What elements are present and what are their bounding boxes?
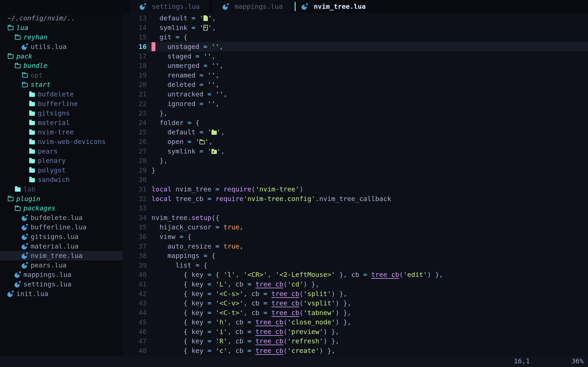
tab-mappings.lua[interactable]: mappings.lua	[213, 0, 292, 13]
code-line-27[interactable]: 27 symlink = '',	[122, 146, 588, 156]
code-text: view = {	[147, 232, 588, 242]
code-line-33[interactable]: 33	[122, 203, 588, 213]
code-line-42[interactable]: 42 { key = '<C-s>', cb = tree_cb('split'…	[122, 289, 588, 299]
tree-item-lab[interactable]: lab	[0, 184, 122, 194]
code-text: default = '',	[147, 127, 588, 137]
tree-item-gitsigns[interactable]: gitsigns	[0, 108, 122, 118]
tree-item-lua[interactable]: lua	[0, 23, 122, 33]
code-token: 'refresh'	[287, 337, 323, 345]
code-line-41[interactable]: 41 { key = 'L', cb = tree_cb('cd') },	[122, 280, 588, 289]
tree-item-pack[interactable]: pack	[0, 51, 122, 61]
tree-item-start[interactable]: start	[0, 80, 122, 90]
tree-item-bundle[interactable]: bundle	[0, 61, 122, 71]
code-line-45[interactable]: 45 { key = 'h', cb = tree_cb('close_node…	[122, 317, 588, 327]
code-line-47[interactable]: 47 { key = 'R', cb = tree_cb('refresh') …	[122, 336, 588, 346]
code-line-13[interactable]: 13 default = '',	[122, 13, 588, 23]
tree-item-nvim_tree.lua[interactable]: nvim_tree.lua	[0, 251, 122, 261]
tree-item-bufdelete.lua[interactable]: bufdelete.lua	[0, 213, 122, 222]
code-line-40[interactable]: 40 { key = { 'l', '<CR>', '<2-LeftMouse>…	[122, 270, 588, 280]
code-line-37[interactable]: 37 auto_resize = true,	[122, 242, 588, 251]
line-number: 15	[122, 33, 147, 41]
tree-item-material.lua[interactable]: material.lua	[0, 242, 122, 251]
code-line-30[interactable]: 30	[122, 175, 588, 184]
code-line-38[interactable]: 38 mappings = {	[122, 251, 588, 261]
tab-settings.lua[interactable]: settings.lua	[130, 0, 209, 13]
code-line-29[interactable]: 29}	[122, 166, 588, 175]
folder-filled-icon	[29, 178, 35, 182]
tree-item-sandwich[interactable]: sandwich	[0, 175, 122, 184]
tree-item-pears.lua[interactable]: pears.lua	[0, 260, 122, 270]
code-line-26[interactable]: 26 open = '',	[122, 137, 588, 147]
code-token: =	[203, 290, 215, 298]
code-token: =	[175, 233, 187, 241]
folder-filled-icon	[29, 159, 35, 163]
code-line-39[interactable]: 39 list = {	[122, 260, 588, 270]
tree-item-label: nvim_tree.lua	[31, 252, 82, 259]
line-number: 44	[122, 309, 147, 317]
tree-item-plenary[interactable]: plenary	[0, 156, 122, 166]
code-line-16[interactable]: 16 unstaged = '',	[122, 42, 588, 52]
code-line-46[interactable]: 46 { key = 'i', cb = tree_cb('preview') …	[122, 327, 588, 337]
code-line-23[interactable]: 23 },	[122, 108, 588, 118]
code-line-43[interactable]: 43 { key = '<C-v>', cb = tree_cb('vsplit…	[122, 299, 588, 308]
code-token: =	[195, 147, 208, 155]
tree-item-opt[interactable]: opt	[0, 71, 122, 80]
code-line-14[interactable]: 14 symlink = '',	[122, 23, 588, 33]
status-line: 16,1 36%	[0, 356, 588, 367]
code-line-44[interactable]: 44 { key = '<C-t>', cb = tree_cb('tabnew…	[122, 308, 588, 317]
code-line-21[interactable]: 21 untracked = '',	[122, 90, 588, 99]
code-token: ) },	[335, 318, 351, 326]
code-token: deleted	[151, 81, 195, 89]
lua-file-icon	[302, 3, 308, 10]
tree-item-init.lua[interactable]: init.lua	[0, 289, 122, 299]
tab-label: mappings.lua	[235, 3, 283, 10]
code-line-17[interactable]: 17 staged = '',	[122, 51, 588, 61]
lua-file-icon	[15, 271, 21, 278]
tree-item-reyhan[interactable]: reyhan	[0, 33, 122, 42]
tree-item-nvim-tree[interactable]: nvim-tree	[0, 127, 122, 137]
line-number: 13	[122, 14, 147, 22]
code-line-28[interactable]: 28 },	[122, 156, 588, 166]
code-token: { key	[151, 318, 203, 326]
tree-item-pears[interactable]: pears	[0, 146, 122, 156]
tree-item-material[interactable]: material	[0, 118, 122, 128]
tree-item-bufferline.lua[interactable]: bufferline.lua	[0, 222, 122, 232]
code-line-32[interactable]: 32local tree_cb = require'nvim-tree.conf…	[122, 194, 588, 203]
tree-item-bufferline[interactable]: bufferline	[0, 99, 122, 108]
code-line-35[interactable]: 35 hijack_cursor = true,	[122, 222, 588, 232]
code-line-34[interactable]: 34nvim_tree.setup({	[122, 213, 588, 222]
tab-nvim_tree.lua[interactable]: nvim_tree.lua	[296, 0, 372, 13]
code-token: ''	[208, 81, 215, 89]
lua-file-icon	[22, 243, 28, 250]
code-token: '	[217, 128, 221, 136]
tree-item-mappings.lua[interactable]: mappings.lua	[0, 270, 122, 280]
code-line-48[interactable]: 48 { key = 'c', cb = tree_cb('create') }…	[122, 346, 588, 356]
tree-item-polygot[interactable]: polygot	[0, 166, 122, 175]
tree-item-gitsigns.lua[interactable]: gitsigns.lua	[0, 232, 122, 242]
code-line-22[interactable]: 22 ignored = '',	[122, 99, 588, 108]
code-line-36[interactable]: 36 view = {	[122, 232, 588, 242]
tree-item-utils.lua[interactable]: utils.lua	[0, 42, 122, 52]
tree-item-plugin[interactable]: plugin	[0, 194, 122, 203]
code-text: hijack_cursor = true,	[147, 222, 588, 232]
code-token: =	[243, 328, 255, 336]
tree-item-nvim-web-devicons[interactable]: nvim-web-devicons	[0, 137, 122, 147]
code-line-18[interactable]: 18 unmerged = '',	[122, 61, 588, 71]
code-line-15[interactable]: 15 git = {	[122, 33, 588, 42]
code-editor[interactable]: 13 default = '',14 symlink = '',15 git =…	[122, 13, 588, 356]
code-line-31[interactable]: 31local nvim_tree = require('nvim-tree')	[122, 184, 588, 194]
code-token: '<2-LeftMouse>'	[276, 271, 336, 278]
code-token: {	[195, 119, 199, 127]
line-number: 36	[122, 233, 147, 241]
code-line-25[interactable]: 25 default = '',	[122, 127, 588, 137]
tree-item-bufdelete[interactable]: bufdelete	[0, 90, 122, 99]
code-line-19[interactable]: 19 renamed = '',	[122, 71, 588, 80]
code-line-20[interactable]: 20 deleted = '',	[122, 80, 588, 90]
tree-item-settings.lua[interactable]: settings.lua	[0, 280, 122, 289]
line-number: 31	[122, 185, 147, 193]
code-token: =	[212, 223, 224, 231]
code-token: 'L'	[215, 280, 227, 288]
code-line-24[interactable]: 24 folder = {	[122, 118, 588, 128]
tree-item-packages[interactable]: packages	[0, 203, 122, 213]
tree-root-path[interactable]: ~/.config/nvim/..	[0, 13, 122, 23]
